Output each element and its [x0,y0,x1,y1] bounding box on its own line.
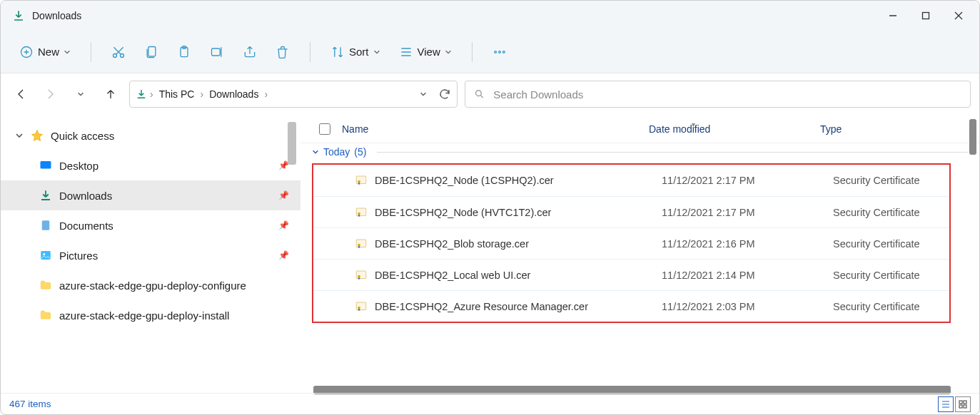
scissors-icon [111,45,126,59]
sidebar-item-pictures[interactable]: Pictures📌 [1,240,300,270]
svg-rect-28 [959,405,962,408]
forward-button[interactable] [39,83,62,106]
sidebar-item-label: azure-stack-edge-gpu-deploy-configure [59,280,246,292]
sidebar-item-desktop[interactable]: Desktop📌 [1,150,300,180]
file-row[interactable]: DBE-1CSPHQ2_Local web UI.cer11/12/2021 2… [313,259,949,290]
titlebar: Downloads [1,1,979,31]
svg-point-17 [358,180,360,183]
downloads-folder-icon [136,88,147,100]
svg-point-8 [495,51,497,53]
delete-button[interactable] [268,41,297,63]
back-button[interactable] [9,83,32,106]
svg-rect-16 [356,176,366,184]
file-row[interactable]: DBE-1CSPHQ2_Blob storage.cer11/12/2021 2… [313,227,949,259]
star-icon [31,129,44,142]
sort-button[interactable]: Sort [323,41,388,63]
maximize-button[interactable] [909,4,942,27]
paste-button[interactable] [170,41,198,63]
copy-button[interactable] [137,41,166,63]
svg-point-11 [476,91,482,96]
sort-label: Sort [349,46,369,58]
details-view-button[interactable] [938,396,954,412]
status-bar: 467 items [1,393,979,414]
refresh-icon[interactable] [438,88,451,101]
svg-point-19 [358,212,360,215]
pin-icon: 📌 [278,250,289,260]
column-name[interactable]: Name [342,123,649,135]
column-date[interactable]: ▾ Date modified [649,123,820,135]
search-icon [474,88,485,100]
sidebar-item-label: Desktop [59,160,98,172]
svg-rect-20 [356,240,366,247]
file-name: DBE-1CSPHQ2_Node (1CSPHQ2).cer [375,175,554,186]
toolbar: New Sort View [1,31,979,73]
breadcrumb-separator: › [264,88,268,100]
svg-rect-13 [42,220,50,230]
breadcrumb-separator: › [200,88,203,100]
svg-rect-29 [964,405,966,408]
svg-rect-7 [212,48,221,56]
navigation-pane: Quick access Desktop📌Downloads📌Documents… [1,115,300,394]
column-type[interactable]: Type [820,123,979,135]
sort-indicator-icon: ▾ [692,121,695,128]
breadcrumb-this-pc[interactable]: This PC [156,88,198,100]
group-header-today[interactable]: Today (5) [300,143,979,160]
thumbnails-view-button[interactable] [955,396,971,412]
group-divider [377,152,969,153]
sidebar-item-label: Pictures [59,250,98,262]
certificate-file-icon [355,206,368,219]
chevron-down-icon [15,131,24,140]
column-headers: Name ▾ Date modified Type [300,115,979,143]
close-button[interactable] [942,4,975,27]
sidebar-item-folder[interactable]: azure-stack-edge-gpu-deploy-configure [1,270,300,300]
file-list: DBE-1CSPHQ2_Node (1CSPHQ2).cer11/12/2021… [300,160,979,394]
file-date: 11/12/2021 2:17 PM [662,175,833,186]
navigation-row: › This PC › Downloads › [1,73,979,115]
file-row[interactable]: DBE-1CSPHQ2_Azure Resource Manager.cer11… [313,290,949,322]
chevron-down-icon[interactable] [420,91,427,98]
clipboard-icon [177,45,191,59]
view-toggle [938,396,971,412]
share-button[interactable] [236,41,264,63]
up-button[interactable] [99,83,122,106]
sidebar-item-downloads[interactable]: Downloads📌 [1,180,300,210]
svg-point-23 [358,275,360,277]
chevron-down-icon [373,48,380,56]
downloads-app-icon [12,9,25,22]
file-row[interactable]: DBE-1CSPHQ2_Node (1CSPHQ2).cer11/12/2021… [313,165,949,196]
certificate-file-icon [355,174,368,187]
file-date: 11/12/2021 2:14 PM [662,270,833,281]
minimize-button[interactable] [877,4,909,27]
new-button[interactable]: New [12,41,78,63]
chevron-down-icon [445,48,452,56]
sidebar-quick-access[interactable]: Quick access [1,121,300,150]
rename-button[interactable] [203,41,231,63]
certificate-file-icon [355,300,368,313]
more-button[interactable] [485,41,514,63]
sidebar-item-documents[interactable]: Documents📌 [1,210,300,240]
search-input[interactable] [493,88,961,101]
svg-point-10 [502,51,505,53]
recent-locations-button[interactable] [69,83,92,106]
view-button[interactable]: View [392,41,459,63]
svg-rect-24 [356,302,366,310]
sidebar-item-folder[interactable]: azure-stack-edge-gpu-deploy-install [1,300,300,330]
toolbar-separator [310,42,310,62]
group-count: (5) [354,146,366,158]
file-date: 11/12/2021 2:03 PM [662,301,833,312]
svg-rect-22 [356,271,366,279]
vertical-scrollbar[interactable] [969,119,976,155]
breadcrumb-downloads[interactable]: Downloads [206,88,261,100]
main-area: Quick access Desktop📌Downloads📌Documents… [1,115,979,394]
certificate-file-icon [355,269,368,282]
cut-button[interactable] [104,41,133,63]
pictures-icon [39,249,52,262]
svg-point-15 [43,253,45,255]
search-bar[interactable] [465,81,971,108]
group-label: Today [323,146,350,158]
file-name: DBE-1CSPHQ2_Node (HVTC1T2).cer [375,207,551,218]
file-row[interactable]: DBE-1CSPHQ2_Node (HVTC1T2).cer11/12/2021… [313,196,949,227]
select-all-checkbox[interactable] [319,123,330,135]
address-bar[interactable]: › This PC › Downloads › [129,81,458,108]
sidebar-scrollbar[interactable] [288,122,296,165]
